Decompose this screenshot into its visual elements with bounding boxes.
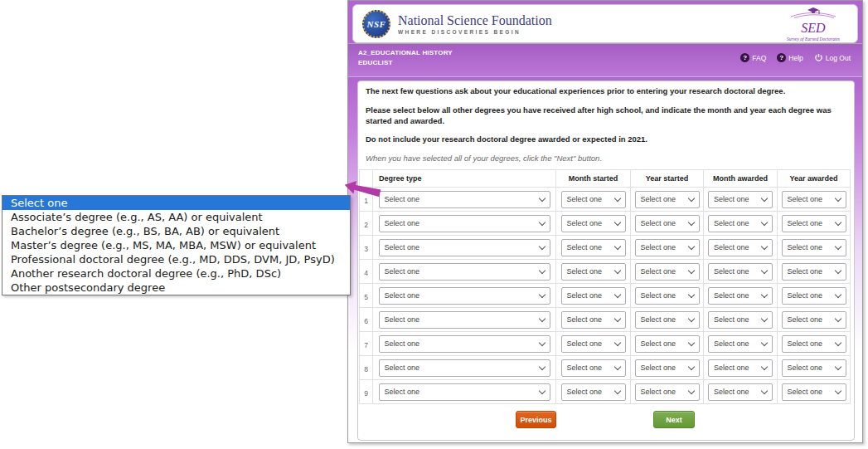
degree-type-select-row-2[interactable]: Select one (379, 215, 550, 232)
year-started-select-row-3[interactable]: Select one (635, 239, 700, 256)
year-started-select-row-8[interactable]: Select one (635, 359, 700, 377)
nsf-logo-text: NSF (367, 19, 386, 29)
select-value: Select one (641, 195, 689, 203)
degree-type-select-row-9[interactable]: Select one (379, 383, 550, 401)
year-awarded-select-row-6[interactable]: Select one (782, 311, 846, 329)
degree-type-header: Degree type (373, 170, 556, 188)
month-awarded-select-row-6[interactable]: Select one (708, 311, 773, 329)
chevron-down-icon (613, 290, 620, 297)
sed-logo: SED Survey of Earned Doctorates (778, 7, 849, 41)
chevron-down-icon (834, 242, 841, 249)
year-awarded-select-row-1[interactable]: Select one (782, 191, 846, 208)
nav-link-faq[interactable]: ?FAQ (740, 53, 766, 62)
year-started-select-row-2[interactable]: Select one (635, 215, 700, 232)
chevron-down-icon (613, 387, 620, 393)
degree-row-5: 5Select oneSelect oneSelect oneSelect on… (360, 284, 851, 308)
dropdown-option-0[interactable]: Select one (2, 196, 350, 210)
year-awarded-select-row-8[interactable]: Select one (782, 359, 846, 377)
select-value: Select one (641, 219, 689, 227)
degree-type-select-row-1[interactable]: Select one (379, 191, 550, 208)
degree-type-select-row-4[interactable]: Select one (379, 263, 550, 281)
select-value: Select one (788, 291, 836, 300)
degree-row-6: 6Select oneSelect oneSelect oneSelect on… (360, 308, 851, 332)
row-number: 4 (360, 260, 373, 284)
degree-row-4: 4Select oneSelect oneSelect oneSelect on… (360, 260, 851, 284)
month-awarded-select-row-8[interactable]: Select one (708, 359, 773, 377)
select-value: Select one (788, 267, 836, 276)
select-value: Select one (788, 315, 836, 324)
month-awarded-select-row-7[interactable]: Select one (708, 335, 773, 353)
previous-button[interactable]: Previous (516, 411, 556, 428)
degree-type-select-row-8[interactable]: Select one (379, 359, 550, 377)
nav-link-help[interactable]: ?Help (777, 53, 803, 62)
select-value: Select one (567, 315, 615, 324)
degree-table-body: 1Select oneSelect oneSelect oneSelect on… (360, 188, 851, 404)
year-awarded-select-row-9[interactable]: Select one (782, 383, 846, 401)
select-value: Select one (714, 195, 762, 203)
row-number: 3 (360, 236, 373, 260)
dropdown-option-2[interactable]: Bachelor’s degree (e.g., BS, BA, AB) or … (2, 224, 350, 238)
year-awarded-select-row-4[interactable]: Select one (782, 263, 846, 281)
month-started-select-row-9[interactable]: Select one (561, 383, 626, 401)
dropdown-option-1[interactable]: Associate’s degree (e.g., AS, AA) or equ… (2, 210, 350, 224)
year-awarded-header: Year awarded (778, 170, 851, 188)
degree-type-select-row-6[interactable]: Select one (379, 311, 550, 329)
month-awarded-select-row-5[interactable]: Select one (708, 287, 773, 305)
select-value: Select one (714, 267, 762, 276)
nav-link-log-out[interactable]: Log Out (814, 53, 851, 62)
select-value: Select one (385, 243, 540, 251)
degree-type-select-row-3[interactable]: Select one (379, 239, 550, 256)
year-started-select-row-4[interactable]: Select one (635, 263, 700, 281)
dropdown-option-3[interactable]: Master’s degree (e.g., MS, MA, MBA, MSW)… (2, 238, 350, 252)
dropdown-option-6[interactable]: Other postsecondary degree (2, 281, 350, 295)
instruction-3: Do not include your research doctoral de… (366, 134, 846, 145)
select-value: Select one (385, 364, 540, 372)
select-value: Select one (567, 219, 615, 227)
select-value: Select one (714, 219, 762, 227)
chevron-down-icon (834, 290, 841, 297)
month-awarded-select-row-1[interactable]: Select one (708, 191, 773, 208)
chevron-down-icon (687, 387, 694, 393)
month-awarded-select-row-4[interactable]: Select one (708, 263, 773, 281)
degree-row-2: 2Select oneSelect oneSelect oneSelect on… (360, 212, 851, 236)
year-awarded-select-row-5[interactable]: Select one (782, 287, 846, 305)
month-started-select-row-3[interactable]: Select one (561, 239, 626, 256)
year-started-select-row-9[interactable]: Select one (635, 383, 700, 401)
month-started-select-row-4[interactable]: Select one (561, 263, 626, 281)
year-started-select-row-7[interactable]: Select one (635, 335, 700, 353)
month-started-select-row-1[interactable]: Select one (561, 191, 626, 208)
select-value: Select one (567, 267, 615, 276)
chevron-down-icon (538, 218, 545, 225)
page-code: EDUCLIST (358, 58, 453, 68)
year-awarded-select-row-3[interactable]: Select one (782, 239, 846, 256)
chevron-down-icon (687, 290, 694, 297)
select-value: Select one (714, 388, 762, 396)
dropdown-option-5[interactable]: Another research doctoral degree (e.g., … (2, 266, 350, 281)
month-awarded-select-row-9[interactable]: Select one (708, 383, 773, 401)
month-awarded-select-row-2[interactable]: Select one (708, 215, 773, 232)
month-started-select-row-5[interactable]: Select one (561, 287, 626, 305)
year-started-select-row-5[interactable]: Select one (635, 287, 700, 305)
question-circle-icon: ? (777, 53, 786, 62)
chevron-down-icon (761, 218, 768, 225)
month-awarded-select-row-3[interactable]: Select one (708, 239, 773, 256)
year-started-select-row-6[interactable]: Select one (635, 311, 700, 329)
month-started-select-row-8[interactable]: Select one (561, 359, 626, 377)
instruction-note: When you have selected all of your degre… (366, 154, 846, 164)
year-started-select-row-1[interactable]: Select one (635, 191, 700, 208)
month-started-select-row-7[interactable]: Select one (561, 335, 626, 353)
month-started-select-row-6[interactable]: Select one (561, 311, 626, 329)
chevron-down-icon (761, 266, 768, 273)
month-started-select-row-2[interactable]: Select one (561, 215, 626, 232)
year-awarded-select-row-7[interactable]: Select one (782, 335, 846, 353)
degree-type-select-row-5[interactable]: Select one (379, 287, 550, 305)
chevron-down-icon (687, 315, 694, 321)
chevron-down-icon (613, 194, 620, 201)
year-awarded-select-row-2[interactable]: Select one (782, 215, 846, 232)
dropdown-option-4[interactable]: Professional doctoral degree (e.g., MD, … (2, 252, 350, 266)
row-number: 6 (360, 308, 373, 332)
next-button[interactable]: Next (653, 411, 695, 428)
degree-type-select-row-7[interactable]: Select one (379, 335, 550, 353)
select-value: Select one (641, 315, 689, 324)
degree-row-9: 9Select oneSelect oneSelect oneSelect on… (360, 380, 851, 404)
